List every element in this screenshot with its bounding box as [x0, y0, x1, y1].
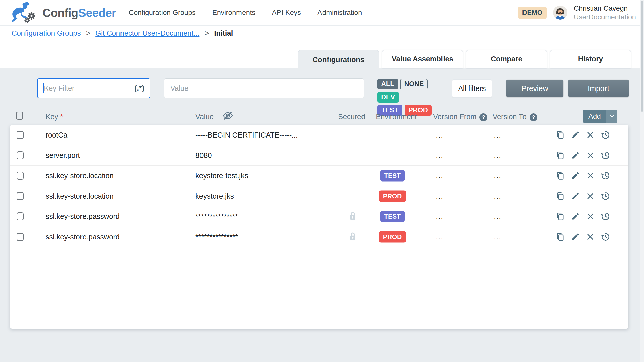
brand[interactable]: ConfigSeeder	[9, 1, 116, 24]
edit-icon[interactable]	[571, 212, 580, 221]
key-filter-input[interactable]	[37, 78, 150, 98]
config-value: ***************	[195, 233, 238, 241]
version-to-value: ...	[494, 192, 501, 200]
table-row: ssl.key-store.password *************** P…	[10, 227, 628, 247]
row-checkbox[interactable]	[17, 212, 24, 220]
delete-icon[interactable]	[586, 130, 595, 140]
required-marker: *	[60, 113, 63, 121]
copy-icon[interactable]	[555, 232, 565, 242]
copy-icon[interactable]	[555, 171, 565, 180]
user-name: Christian Cavegn	[574, 4, 636, 13]
row-checkbox[interactable]	[17, 192, 24, 200]
row-checkbox[interactable]	[17, 131, 24, 139]
preview-button[interactable]: Preview	[506, 80, 564, 97]
config-value: 8080	[195, 151, 212, 160]
import-button[interactable]: Import	[568, 80, 629, 97]
env-toggle-all[interactable]: ALL	[377, 79, 398, 89]
help-icon[interactable]: ?	[479, 113, 487, 121]
scrollbar[interactable]	[640, 0, 644, 362]
scrollbar-thumb[interactable]	[641, 1, 643, 112]
config-value: -----BEGIN CERTIFICATE-----...	[195, 131, 298, 139]
user-tenant: UserDocumentation	[574, 13, 636, 21]
eye-slash-icon[interactable]	[222, 111, 233, 121]
version-from-value: ...	[436, 233, 444, 241]
all-filters-button[interactable]: All filters	[452, 79, 492, 98]
row-checkbox[interactable]	[17, 233, 24, 241]
row-actions	[555, 171, 610, 180]
edit-icon[interactable]	[571, 151, 580, 160]
column-header-version-to: Version To?	[493, 113, 537, 121]
table-row: rootCa -----BEGIN CERTIFICATE-----... ..…	[10, 125, 628, 145]
env-toggle-dev[interactable]: DEV	[377, 92, 399, 103]
configseeder-logo-icon	[9, 1, 38, 24]
history-icon[interactable]	[601, 130, 610, 140]
edit-icon[interactable]	[571, 130, 580, 140]
history-icon[interactable]	[601, 151, 610, 160]
table-row: server.port 8080 ... ...	[10, 145, 628, 166]
column-header-key: Key*	[46, 113, 63, 121]
table-row: ssl.key-store.location keystore.jks PROD…	[10, 186, 628, 206]
config-value: keystore-test.jks	[195, 172, 248, 180]
tab-compare[interactable]: Compare	[466, 50, 547, 68]
edit-icon[interactable]	[571, 191, 580, 201]
config-key: ssl.key-store.password	[46, 233, 120, 241]
version-to-value: ...	[494, 131, 501, 139]
config-key: rootCa	[46, 131, 67, 139]
environment-badge: PROD	[379, 191, 406, 202]
edit-icon[interactable]	[571, 232, 580, 242]
help-icon[interactable]: ?	[530, 113, 537, 121]
history-icon[interactable]	[601, 191, 610, 201]
history-icon[interactable]	[601, 212, 610, 221]
delete-icon[interactable]	[586, 191, 595, 201]
config-key: ssl.key-store.location	[46, 192, 114, 200]
copy-icon[interactable]	[555, 212, 565, 221]
user-info[interactable]: Christian Cavegn UserDocumentation	[574, 4, 636, 21]
nav-item-administration[interactable]: Administration	[317, 9, 362, 17]
config-value: ***************	[195, 212, 238, 221]
delete-icon[interactable]	[586, 151, 595, 160]
history-icon[interactable]	[601, 171, 610, 180]
configurations-panel: (.*) ALLNONEDEV TESTPROD All filters Pre…	[0, 68, 644, 362]
demo-badge: DEMO	[518, 7, 547, 19]
user-avatar[interactable]	[553, 6, 567, 20]
breadcrumb-configuration-group[interactable]: Git Connector User-Document...	[95, 29, 199, 37]
lock-icon	[349, 232, 357, 242]
version-to-value: ...	[494, 151, 501, 160]
chevron-down-icon[interactable]	[606, 110, 617, 123]
version-from-value: ...	[436, 131, 444, 139]
edit-icon[interactable]	[571, 171, 580, 180]
breadcrumb: Configuration Groups > Git Connector Use…	[0, 26, 644, 41]
version-to-value: ...	[494, 172, 501, 180]
tab-value-assemblies[interactable]: Value Assemblies	[382, 50, 463, 68]
version-from-value: ...	[436, 151, 444, 160]
environment-badge: PROD	[379, 231, 406, 243]
tab-history[interactable]: History	[550, 50, 631, 68]
select-all-checkbox[interactable]	[16, 112, 23, 120]
value-filter-input[interactable]	[164, 78, 364, 98]
delete-icon[interactable]	[586, 171, 595, 180]
row-checkbox[interactable]	[17, 172, 24, 180]
copy-icon[interactable]	[555, 191, 565, 201]
row-checkbox[interactable]	[17, 151, 24, 159]
breadcrumb-configuration-groups[interactable]: Configuration Groups	[12, 29, 81, 37]
row-actions	[555, 232, 610, 242]
tab-configurations[interactable]: Configurations	[298, 50, 379, 69]
env-toggle-none[interactable]: NONE	[400, 79, 427, 89]
nav-item-api-keys[interactable]: API Keys	[272, 9, 301, 17]
lock-icon	[349, 211, 357, 222]
row-actions	[555, 151, 610, 160]
delete-icon[interactable]	[586, 212, 595, 221]
environment-badge: TEST	[380, 211, 405, 222]
delete-icon[interactable]	[586, 232, 595, 242]
environment-badge: TEST	[380, 170, 405, 182]
history-icon[interactable]	[601, 232, 610, 242]
row-actions	[555, 130, 610, 140]
version-from-value: ...	[436, 192, 444, 200]
copy-icon[interactable]	[555, 151, 565, 160]
version-to-value: ...	[494, 233, 501, 241]
nav-item-configuration-groups[interactable]: Configuration Groups	[129, 9, 196, 17]
copy-icon[interactable]	[555, 130, 565, 140]
add-button[interactable]: Add	[583, 110, 617, 123]
main-nav: Configuration Groups Environments API Ke…	[129, 9, 362, 17]
nav-item-environments[interactable]: Environments	[212, 9, 255, 17]
